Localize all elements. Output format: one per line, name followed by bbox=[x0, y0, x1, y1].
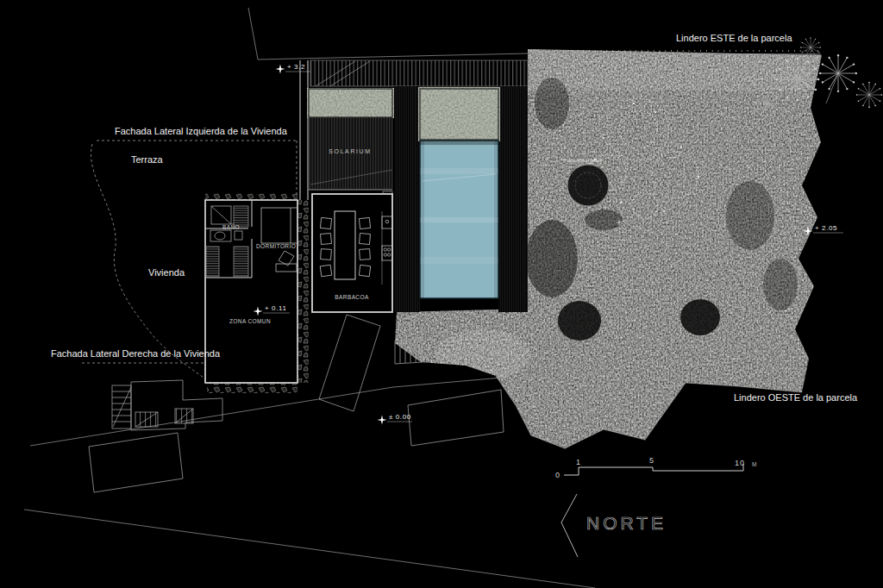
garden-shadow-patch bbox=[726, 181, 774, 250]
site-plan-canvas: SOLARIUM bbox=[0, 0, 883, 588]
garden-shadow-patch bbox=[535, 78, 569, 129]
level-value: + 2.05 bbox=[815, 224, 837, 232]
label-lindero-este: Lindero ESTE de la parcela bbox=[676, 33, 792, 43]
garden-shadow-patch bbox=[763, 259, 798, 310]
label-lindero-oeste: Lindero OESTE de la parcela bbox=[734, 392, 858, 403]
dining-table bbox=[335, 211, 355, 279]
scale-tick-5: 5 bbox=[649, 456, 654, 465]
label-dormitorio: DORMITORIO bbox=[256, 243, 296, 249]
solarium-stone-band bbox=[309, 89, 392, 117]
solarium-block: SOLARIUM bbox=[309, 89, 392, 197]
scale-unit: M bbox=[752, 461, 756, 467]
pozo-absorbente-well bbox=[567, 165, 609, 206]
label-solarium: SOLARIUM bbox=[329, 148, 371, 154]
house-block: BAÑO DORMITORIO ZONA COMUN bbox=[205, 193, 309, 393]
label-fachada-izquierda: Fachada Lateral Izquierda de la Vivienda bbox=[115, 126, 288, 136]
scale-tick-1: 1 bbox=[576, 458, 581, 466]
garden-shadow-patch bbox=[526, 220, 578, 297]
house-east-wall-hatch bbox=[297, 200, 309, 383]
house-south-wall-hatch bbox=[207, 383, 297, 393]
label-pozo-absorbente: Pozo Absorbente bbox=[563, 158, 603, 163]
pergola bbox=[310, 60, 528, 86]
tree-canopy bbox=[558, 301, 601, 341]
level-value: + 3.2 bbox=[287, 63, 305, 71]
level-value: + 0.11 bbox=[265, 304, 286, 312]
level-value: ± 0.00 bbox=[389, 413, 411, 421]
site-plan-drawing: SOLARIUM bbox=[0, 0, 883, 588]
pool-block bbox=[395, 86, 528, 312]
tree-canopy bbox=[680, 299, 720, 335]
barbacoa-block: BARBACOA bbox=[312, 194, 392, 312]
north-label: NORTE bbox=[586, 513, 667, 533]
scale-tick-10: 10 bbox=[735, 459, 745, 467]
label-terraza: Terraza bbox=[131, 154, 164, 165]
label-fachada-derecha: Fachada Lateral Derecha de la Vivienda bbox=[51, 348, 221, 359]
garden-shadow-patch bbox=[585, 210, 623, 230]
pool-stone-terrace bbox=[420, 89, 498, 140]
label-barbacoa: BARBACOA bbox=[335, 294, 369, 300]
pool-deck-band-left bbox=[395, 86, 420, 312]
label-zona-comun: ZONA COMUN bbox=[229, 318, 271, 324]
label-vivienda: Vivienda bbox=[148, 267, 185, 278]
label-bano: BAÑO bbox=[222, 223, 240, 230]
pool-deck-band-right bbox=[498, 86, 528, 312]
scale-tick-0: 0 bbox=[555, 471, 560, 479]
